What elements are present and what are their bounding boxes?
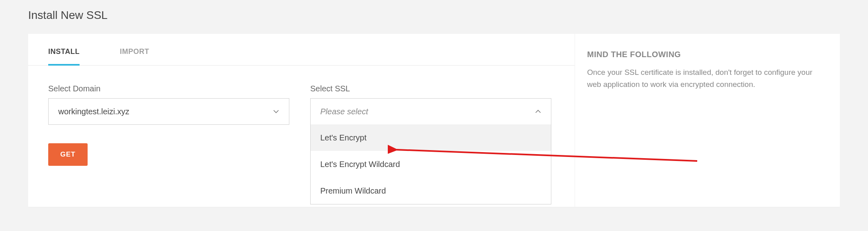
field-domain: Select Domain workingtest.leizi.xyz xyxy=(48,84,289,125)
domain-select[interactable]: workingtest.leizi.xyz xyxy=(48,98,289,125)
domain-select-value: workingtest.leizi.xyz xyxy=(58,107,129,116)
main-column: INSTALL IMPORT Select Domain workingtest… xyxy=(28,34,575,207)
tab-import[interactable]: IMPORT xyxy=(120,34,149,66)
get-button[interactable]: GET xyxy=(48,143,88,166)
ssl-option-lets-encrypt-wildcard[interactable]: Let's Encrypt Wildcard xyxy=(311,151,551,177)
ssl-select[interactable]: Please select Let's Encrypt Let's Encryp… xyxy=(310,98,551,125)
sidebar-heading: MIND THE FOLLOWING xyxy=(587,50,828,59)
form-area: Select Domain workingtest.leizi.xyz Sele… xyxy=(28,66,575,141)
side-column: MIND THE FOLLOWING Once your SSL certifi… xyxy=(575,34,840,207)
card: INSTALL IMPORT Select Domain workingtest… xyxy=(28,34,840,207)
ssl-dropdown: Let's Encrypt Let's Encrypt Wildcard Pre… xyxy=(310,124,551,204)
tab-install[interactable]: INSTALL xyxy=(48,34,80,66)
sidebar-body: Once your SSL certificate is installed, … xyxy=(587,66,828,91)
ssl-option-premium-wildcard[interactable]: Premium Wildcard xyxy=(311,177,551,204)
field-ssl: Select SSL Please select Let's Encrypt L… xyxy=(310,84,551,125)
chevron-down-icon xyxy=(273,108,279,115)
chevron-up-icon xyxy=(535,108,541,115)
ssl-option-lets-encrypt[interactable]: Let's Encrypt xyxy=(311,124,551,151)
ssl-select-placeholder: Please select xyxy=(320,107,368,116)
page-title: Install New SSL xyxy=(28,0,840,34)
domain-label: Select Domain xyxy=(48,84,289,93)
ssl-label: Select SSL xyxy=(310,84,551,93)
tabs: INSTALL IMPORT xyxy=(28,34,575,66)
